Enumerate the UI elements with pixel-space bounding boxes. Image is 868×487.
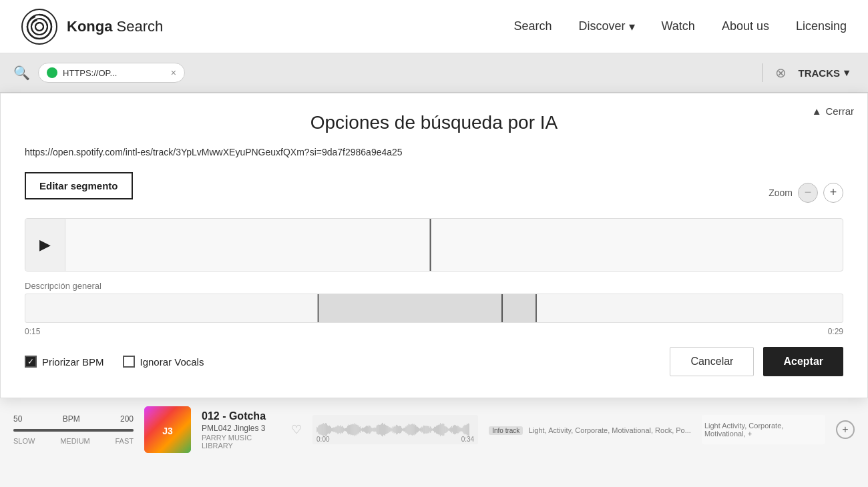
clear-search-button[interactable]: ⊗ — [775, 65, 787, 81]
info-track-badge[interactable]: Info track — [489, 426, 523, 435]
zoom-out-button[interactable]: − — [798, 183, 818, 203]
spotify-url: https://open.spotify.com/intl-es/track/3… — [25, 147, 843, 157]
svg-rect-210 — [457, 425, 457, 434]
svg-rect-18 — [324, 424, 324, 436]
svg-rect-62 — [355, 423, 355, 436]
search-options-modal: ▲ Cerrar Opciones de búsqueda por IA htt… — [0, 93, 868, 398]
svg-rect-217 — [462, 428, 463, 432]
svg-rect-122 — [396, 425, 397, 434]
svg-rect-105 — [384, 424, 385, 436]
priorizar-bpm-checkbox[interactable]: ✓ Priorizar BPM — [25, 356, 104, 368]
overview-waveform[interactable] — [25, 294, 843, 323]
close-modal-button[interactable]: ▲ Cerrar — [812, 105, 854, 117]
svg-rect-211 — [457, 426, 458, 433]
svg-rect-185 — [439, 424, 440, 434]
svg-rect-188 — [442, 424, 443, 435]
nav-watch[interactable]: Watch — [662, 19, 695, 33]
close-label: Cerrar — [825, 105, 854, 117]
search-bar-right: ⊗ TRACKS ▾ — [763, 63, 855, 82]
svg-rect-32 — [333, 428, 334, 432]
track-row: 50 BPM 200 SLOW MEDIUM FAST — [0, 398, 868, 461]
svg-rect-204 — [453, 426, 453, 434]
svg-rect-50 — [346, 428, 347, 432]
svg-rect-76 — [364, 427, 365, 432]
svg-rect-209 — [456, 426, 457, 434]
bpm-slider-fill — [13, 429, 134, 432]
svg-rect-181 — [437, 425, 437, 434]
svg-rect-213 — [459, 428, 460, 432]
svg-rect-83 — [369, 425, 369, 434]
track-info: 012 - Gotcha PML042 Jingles 3 PARRY MUSI… — [202, 410, 280, 450]
cancel-button[interactable]: Cancelar — [670, 347, 754, 376]
svg-rect-189 — [443, 424, 443, 436]
zoom-in-button[interactable]: + — [823, 183, 843, 203]
edit-segment-button[interactable]: Editar segmento — [25, 172, 133, 199]
close-arrow-icon: ▲ — [812, 105, 822, 117]
svg-rect-79 — [366, 426, 367, 434]
svg-rect-59 — [353, 424, 353, 435]
track-waveform-svg — [316, 415, 474, 444]
svg-rect-219 — [463, 426, 464, 434]
bpm-section: 50 BPM 200 SLOW MEDIUM FAST — [13, 414, 134, 445]
svg-rect-169 — [429, 426, 429, 433]
nav-about[interactable]: About us — [722, 19, 769, 33]
nav-discover[interactable]: Discover ▾ — [579, 19, 635, 34]
svg-rect-15 — [322, 424, 322, 435]
add-track-button[interactable]: + — [836, 420, 855, 439]
svg-rect-224 — [467, 424, 467, 436]
accept-button[interactable]: Aceptar — [763, 347, 843, 376]
svg-rect-90 — [374, 428, 375, 432]
svg-rect-153 — [417, 426, 418, 432]
search-pill-text: HTTPS://OP... — [63, 68, 166, 78]
svg-rect-149 — [415, 426, 415, 434]
svg-rect-65 — [357, 425, 357, 434]
svg-rect-151 — [416, 426, 417, 433]
svg-rect-61 — [354, 424, 355, 435]
svg-rect-113 — [390, 427, 391, 432]
svg-rect-63 — [355, 424, 356, 434]
svg-rect-66 — [357, 425, 358, 435]
svg-rect-53 — [348, 426, 349, 434]
svg-rect-58 — [351, 424, 352, 435]
svg-rect-104 — [383, 424, 384, 435]
svg-rect-120 — [395, 427, 395, 432]
svg-rect-132 — [403, 428, 403, 430]
svg-rect-95 — [377, 425, 378, 434]
time-row: 0:15 0:29 — [25, 327, 843, 336]
track-waveform[interactable]: 0:00 0:34 — [312, 415, 478, 444]
svg-rect-119 — [394, 426, 395, 433]
svg-rect-172 — [431, 427, 431, 432]
action-buttons: Cancelar Aceptar — [670, 347, 843, 376]
svg-rect-115 — [391, 428, 392, 432]
svg-rect-160 — [422, 427, 423, 432]
modal-title: Opciones de búsqueda por IA — [25, 112, 843, 133]
search-pill-close-icon[interactable]: × — [171, 67, 176, 78]
svg-rect-41 — [340, 426, 341, 433]
svg-rect-69 — [359, 427, 360, 432]
logo-icon — [21, 9, 57, 45]
svg-rect-88 — [373, 428, 373, 431]
waveform-canvas[interactable]: // waveform bars generated programmatica… — [65, 218, 843, 272]
tracks-filter-button[interactable]: TRACKS ▾ — [793, 64, 855, 81]
svg-rect-8 — [317, 427, 318, 432]
checkbox-checked-icon: ✓ — [25, 356, 37, 368]
play-button[interactable]: ▶ — [25, 218, 65, 272]
svg-rect-148 — [414, 424, 415, 435]
svg-rect-103 — [383, 423, 383, 436]
search-pill[interactable]: HTTPS://OP... × — [38, 63, 185, 83]
svg-rect-167 — [427, 426, 428, 433]
main-waveform[interactable]: ▶ // waveform bars generated programmati… — [25, 218, 843, 272]
nav-search[interactable]: Search — [513, 19, 552, 33]
ignorar-vocals-checkbox[interactable]: Ignorar Vocals — [123, 356, 204, 368]
svg-rect-180 — [436, 426, 437, 433]
svg-rect-176 — [433, 428, 434, 432]
svg-rect-203 — [452, 427, 453, 432]
favorite-button[interactable]: ♡ — [291, 422, 302, 437]
svg-rect-96 — [378, 424, 379, 435]
svg-rect-125 — [398, 426, 399, 433]
svg-rect-117 — [393, 426, 393, 433]
nav-licensing[interactable]: Licensing — [796, 19, 847, 33]
svg-rect-201 — [451, 428, 451, 432]
bpm-slider[interactable] — [13, 429, 134, 432]
play-icon: ▶ — [39, 236, 51, 254]
